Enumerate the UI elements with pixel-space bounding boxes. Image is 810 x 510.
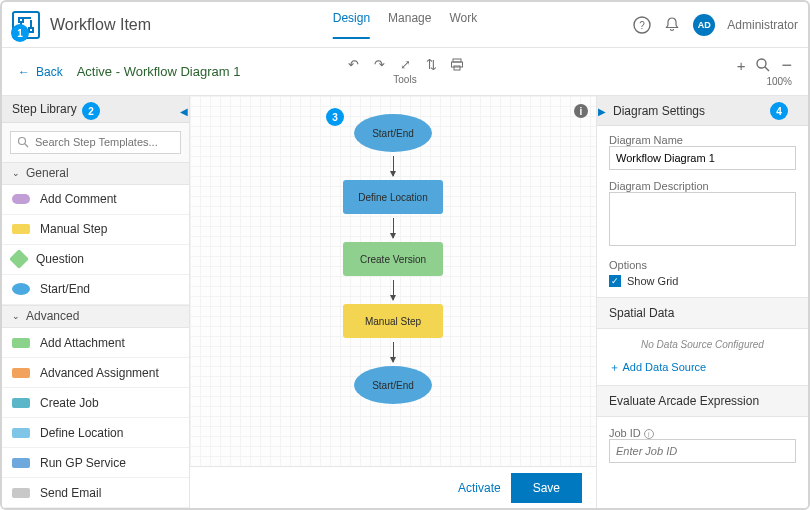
step-send-email[interactable]: Send Email [2, 478, 189, 508]
step-question[interactable]: Question [2, 245, 189, 275]
arrow-icon [393, 218, 394, 238]
breadcrumb: Active - Workflow Diagram 1 [77, 64, 241, 79]
rect-icon [12, 224, 30, 234]
diagram-name-label: Diagram Name [609, 134, 796, 146]
collapse-right-icon[interactable]: ▶ [596, 96, 608, 126]
rect-icon [12, 488, 30, 498]
diagram-desc-input[interactable] [609, 192, 796, 246]
step-create-job[interactable]: Create Job [2, 388, 189, 418]
svg-rect-1 [29, 28, 33, 32]
search-icon [17, 136, 29, 148]
top-bar: Workflow Item Design Manage Work ? AD Ad… [2, 2, 808, 48]
collapse-left-icon[interactable]: ◀ [178, 96, 190, 126]
step-library-header: Step Library 2 ◀ [2, 96, 189, 123]
svg-line-8 [765, 67, 769, 71]
zoom-in-icon[interactable]: + [737, 57, 746, 74]
svg-line-10 [25, 144, 28, 147]
node-create-version[interactable]: Create Version [343, 242, 443, 276]
diagram-name-input[interactable] [609, 146, 796, 170]
step-advanced-assignment[interactable]: Advanced Assignment [2, 358, 189, 388]
jobid-input[interactable] [609, 439, 796, 463]
print-icon[interactable] [450, 58, 464, 72]
step-add-comment[interactable]: Add Comment [2, 185, 189, 215]
page-title: Workflow Item [50, 16, 151, 34]
username: Administrator [727, 18, 798, 32]
node-start[interactable]: Start/End [354, 114, 432, 152]
search-input[interactable] [35, 136, 174, 148]
tab-manage[interactable]: Manage [388, 11, 431, 39]
rect-icon [12, 458, 30, 468]
ellipse-icon [12, 194, 30, 204]
back-arrow-icon: ← [18, 65, 30, 79]
bell-icon[interactable] [663, 16, 681, 34]
canvas-footer: Activate Save [190, 466, 596, 508]
annotation-2: 2 [82, 102, 100, 120]
zoom-level: 100% [766, 76, 792, 87]
group-general[interactable]: ⌄General [2, 162, 189, 185]
fit-icon[interactable]: ⤢ [398, 58, 412, 72]
sub-bar: ← Back Active - Workflow Diagram 1 ↶ ↷ ⤢… [2, 48, 808, 96]
back-button[interactable]: ← Back [18, 65, 63, 79]
step-define-location[interactable]: Define Location [2, 418, 189, 448]
svg-point-7 [757, 59, 766, 68]
arcade-section: Evaluate Arcade Expression [597, 385, 808, 417]
rect-icon [12, 338, 30, 348]
step-manual-step[interactable]: Manual Step [2, 215, 189, 245]
annotation-4: 4 [770, 102, 788, 120]
rect-icon [12, 428, 30, 438]
node-manual-step[interactable]: Manual Step [343, 304, 443, 338]
rect-icon [12, 398, 30, 408]
svg-rect-0 [19, 18, 23, 22]
arrow-icon [393, 280, 394, 300]
svg-text:?: ? [640, 19, 646, 30]
svg-point-9 [19, 138, 26, 145]
node-define-location[interactable]: Define Location [343, 180, 443, 214]
add-datasource-button[interactable]: ＋ Add Data Source [609, 360, 796, 375]
step-library-panel: Step Library 2 ◀ ⌄General Add Comment Ma… [2, 96, 190, 508]
diagram-canvas[interactable]: i 3 Start/End Define Location Create Ver… [190, 96, 596, 508]
arrow-icon [393, 156, 394, 176]
diamond-icon [9, 249, 29, 269]
zoom-icon[interactable] [755, 57, 771, 73]
redo-icon[interactable]: ↷ [372, 58, 386, 72]
flowchart: Start/End Define Location Create Version… [190, 96, 596, 466]
save-button[interactable]: Save [511, 473, 582, 503]
diagram-settings-header: ▶ Diagram Settings 4 [597, 96, 808, 126]
info-small-icon[interactable]: i [644, 429, 654, 439]
ellipse-icon [12, 283, 30, 295]
jobid-label: Job ID i [609, 427, 796, 439]
undo-icon[interactable]: ↶ [346, 58, 360, 72]
spatial-data-section: Spatial Data [597, 297, 808, 329]
diagram-desc-label: Diagram Description [609, 180, 796, 192]
show-grid-checkbox[interactable]: ✓ Show Grid [609, 275, 796, 287]
node-end[interactable]: Start/End [354, 366, 432, 404]
app-logo-icon [12, 11, 40, 39]
options-label: Options [609, 259, 796, 271]
step-run-gp-service[interactable]: Run GP Service [2, 448, 189, 478]
zoom-out-icon[interactable]: − [781, 60, 792, 70]
tools-label: Tools [393, 74, 416, 85]
diagram-settings-panel: ▶ Diagram Settings 4 Diagram Name Diagra… [596, 96, 808, 508]
spatial-empty-text: No Data Source Configured [609, 339, 796, 350]
step-start-end[interactable]: Start/End [2, 275, 189, 305]
activate-button[interactable]: Activate [458, 481, 501, 495]
layout-icon[interactable]: ⇅ [424, 58, 438, 72]
step-add-attachment[interactable]: Add Attachment [2, 328, 189, 358]
rect-icon [12, 368, 30, 378]
avatar[interactable]: AD [693, 14, 715, 36]
tab-work[interactable]: Work [449, 11, 477, 39]
search-box[interactable] [10, 131, 181, 154]
help-icon[interactable]: ? [633, 16, 651, 34]
tab-design[interactable]: Design [333, 11, 370, 39]
group-advanced[interactable]: ⌄Advanced [2, 305, 189, 328]
tools-group: ↶ ↷ ⤢ ⇅ Tools [346, 58, 464, 85]
arrow-icon [393, 342, 394, 362]
top-tabs: Design Manage Work [333, 11, 478, 39]
checkbox-icon: ✓ [609, 275, 621, 287]
